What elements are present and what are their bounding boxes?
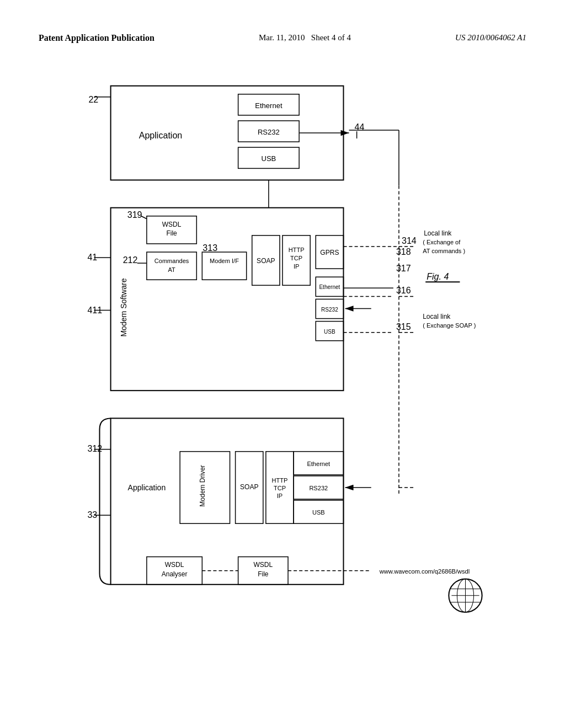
pub-number: US 2010/0064062 A1	[455, 33, 526, 42]
local-link-soap-label1: Local link	[423, 313, 451, 320]
soap-bot-label: SOAP	[240, 483, 258, 491]
svg-rect-12	[147, 252, 196, 280]
label-316: 316	[396, 285, 411, 295]
header-center: Mar. 11, 2010 Sheet 4 of 4	[259, 33, 351, 42]
fig-4-label: Fig. 4	[427, 271, 449, 281]
ethernet-mid-label: Ethernet	[319, 284, 340, 290]
local-link-at-label3: AT commands )	[423, 248, 465, 254]
application-bot-label: Application	[128, 483, 166, 492]
label-319: 319	[127, 210, 142, 220]
http-tcp-ip-mid-label: HTTP	[289, 247, 305, 253]
wsdl-file-bot-label2: File	[258, 570, 269, 578]
label-314: 314	[402, 235, 417, 245]
url-label: www.wavecom.com/q2686B/wsdl	[379, 568, 470, 575]
ip-mid-label: IP	[294, 263, 299, 270]
publication-title: Patent Application Publication	[39, 33, 154, 42]
tcp-mid-label: TCP	[290, 255, 302, 261]
modem-driver-label: Modem Driver	[199, 465, 206, 507]
local-link-at-label1: Local link	[424, 229, 452, 237]
label-411: 411	[87, 305, 102, 315]
commandes-at-label2: AT	[168, 266, 175, 273]
local-link-at-label2: ( Exchange of	[423, 239, 461, 245]
application-top-label: Application	[139, 130, 183, 140]
svg-rect-26	[111, 418, 344, 584]
pub-date: Mar. 11, 2010	[259, 33, 305, 42]
rs232-top-label: RS232	[258, 128, 280, 136]
label-41: 41	[87, 252, 97, 262]
usb-bot-label: USB	[312, 509, 325, 516]
gprs-label: GPRS	[320, 249, 339, 256]
wsdl-file-mid-label2: File	[166, 229, 177, 237]
wsdl-file-bot-label1: WSDL	[253, 561, 273, 569]
header-right: US 2010/0064062 A1	[455, 33, 526, 42]
label-22: 22	[88, 94, 98, 104]
usb-top-label: USB	[261, 154, 276, 163]
label-313: 313	[202, 243, 217, 253]
wsdl-analyser-label2: Analyser	[162, 570, 188, 578]
sheet-info: Sheet 4 of 4	[311, 33, 351, 42]
http-bot-label: HTTP	[272, 477, 288, 484]
tcp-bot-label: TCP	[274, 485, 286, 491]
label-33: 33	[87, 510, 97, 520]
label-315: 315	[396, 322, 411, 331]
label-212: 212	[123, 255, 138, 265]
wsdl-analyser-label1: WSDL	[165, 561, 184, 569]
label-317: 317	[396, 263, 411, 273]
header: Patent Application Publication Mar. 11, …	[39, 33, 526, 43]
ethernet-bot-label: Ethernet	[307, 461, 330, 467]
figure-svg: 22 Application Ethernet RS232 USB 44 41	[39, 65, 526, 672]
ethernet-top-label: Ethernet	[255, 101, 282, 110]
usb-mid-label: USB	[324, 329, 335, 335]
page: Patent Application Publication Mar. 11, …	[0, 0, 565, 728]
diagram-area: 22 Application Ethernet RS232 USB 44 41	[39, 65, 526, 672]
ip-bot-label: IP	[277, 493, 282, 499]
svg-rect-14	[202, 252, 246, 280]
commandes-at-label: Commandes	[154, 258, 189, 264]
local-link-soap-label2: ( Exchange SOAP )	[423, 322, 476, 329]
label-318: 318	[396, 247, 411, 256]
modem-software-label: Modem Software	[119, 278, 128, 336]
modem-if-label: Modem I/F	[210, 258, 239, 264]
rs232-bot-label: RS232	[309, 485, 328, 491]
soap-mid-label: SOAP	[257, 257, 275, 265]
wsdl-file-mid-label: WSDL	[162, 221, 182, 228]
header-left: Patent Application Publication	[39, 33, 154, 43]
rs232-mid-label: RS232	[321, 307, 338, 313]
